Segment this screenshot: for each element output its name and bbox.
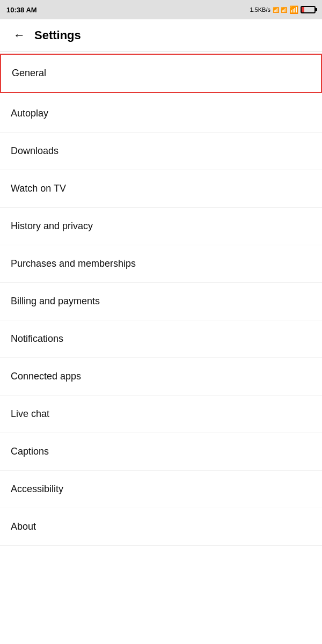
- battery-fill: [302, 7, 304, 12]
- menu-item-general[interactable]: General: [0, 54, 322, 93]
- menu-item-billing-and-payments[interactable]: Billing and payments: [0, 283, 322, 320]
- menu-item-accessibility[interactable]: Accessibility: [0, 471, 322, 508]
- menu-item-label: Watch on TV: [11, 183, 66, 194]
- status-time: 10:38 AM: [6, 6, 37, 14]
- menu-item-history-and-privacy[interactable]: History and privacy: [0, 208, 322, 245]
- menu-item-label: Accessibility: [11, 484, 63, 494]
- network-speed: 1.5KB/s: [250, 6, 270, 13]
- sim2-icon: 📶: [281, 7, 287, 13]
- menu-item-label: General: [12, 68, 46, 78]
- menu-item-about[interactable]: About: [0, 508, 322, 546]
- menu-item-label: Autoplay: [11, 108, 48, 119]
- menu-item-label: Live chat: [11, 408, 49, 419]
- header: ← Settings: [0, 19, 322, 52]
- menu-item-captions[interactable]: Captions: [0, 433, 322, 471]
- menu-item-label: History and privacy: [11, 221, 93, 231]
- battery-icon: [301, 6, 316, 13]
- menu-item-live-chat[interactable]: Live chat: [0, 396, 322, 433]
- menu-item-label: Notifications: [11, 333, 63, 344]
- menu-item-purchases-and-memberships[interactable]: Purchases and memberships: [0, 245, 322, 283]
- menu-item-label: Billing and payments: [11, 296, 100, 306]
- page-title: Settings: [34, 28, 81, 42]
- menu-item-label: About: [11, 521, 36, 532]
- menu-item-downloads[interactable]: Downloads: [0, 133, 322, 170]
- status-right-icons: 1.5KB/s 📶 📶 📶: [250, 5, 316, 14]
- menu-item-label: Downloads: [11, 145, 58, 156]
- menu-item-label: Purchases and memberships: [11, 258, 136, 269]
- menu-item-notifications[interactable]: Notifications: [0, 320, 322, 358]
- sim1-icon: 📶: [273, 7, 279, 13]
- menu-item-label: Captions: [11, 446, 49, 457]
- back-arrow-icon: ←: [13, 28, 25, 42]
- wifi-icon: 📶: [289, 5, 298, 14]
- menu-item-label: Connected apps: [11, 371, 81, 382]
- menu-item-connected-apps[interactable]: Connected apps: [0, 358, 322, 396]
- network-icons: 📶 📶: [273, 7, 287, 13]
- menu-item-autoplay[interactable]: Autoplay: [0, 95, 322, 133]
- back-button[interactable]: ←: [9, 25, 30, 46]
- status-bar: 10:38 AM 1.5KB/s 📶 📶 📶: [0, 0, 322, 19]
- menu-item-watch-on-tv[interactable]: Watch on TV: [0, 170, 322, 208]
- settings-menu: General Autoplay Downloads Watch on TV H…: [0, 54, 322, 546]
